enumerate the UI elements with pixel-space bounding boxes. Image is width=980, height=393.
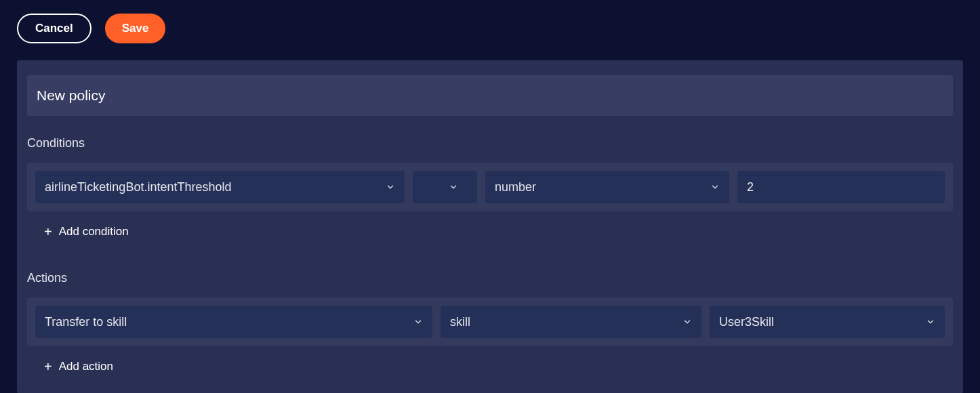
policy-panel: New policy Conditions airlineTicketingBo… bbox=[17, 60, 963, 393]
action-value-select[interactable]: User3Skill bbox=[710, 306, 945, 338]
action-row: Transfer to skill skill User3Skill bbox=[27, 297, 953, 346]
plus-icon: + bbox=[44, 225, 52, 239]
condition-value-text: 2 bbox=[747, 180, 935, 194]
chevron-down-icon bbox=[449, 182, 458, 192]
action-type-text: Transfer to skill bbox=[45, 315, 407, 329]
actions-label: Actions bbox=[27, 271, 953, 285]
action-type-select[interactable]: Transfer to skill bbox=[35, 306, 432, 338]
condition-field-select[interactable]: airlineTicketingBot.intentThreshold bbox=[35, 171, 405, 203]
conditions-label: Conditions bbox=[27, 136, 953, 150]
header-buttons: Cancel Save bbox=[17, 14, 963, 43]
policy-title-text: New policy bbox=[37, 87, 106, 103]
condition-value-input[interactable]: 2 bbox=[737, 171, 945, 203]
condition-type-select[interactable]: number bbox=[485, 171, 729, 203]
action-target-select[interactable]: skill bbox=[441, 306, 701, 338]
action-target-text: skill bbox=[450, 315, 676, 329]
chevron-down-icon bbox=[386, 182, 395, 192]
save-button[interactable]: Save bbox=[105, 14, 166, 43]
add-action-label: Add action bbox=[59, 360, 113, 373]
cancel-button[interactable]: Cancel bbox=[17, 14, 91, 43]
chevron-down-icon bbox=[710, 182, 720, 192]
add-condition-label: Add condition bbox=[59, 225, 129, 239]
condition-operator-select[interactable]: < bbox=[413, 171, 477, 203]
condition-field-text: airlineTicketingBot.intentThreshold bbox=[45, 180, 379, 194]
add-action-button[interactable]: + Add action bbox=[44, 360, 953, 373]
add-condition-button[interactable]: + Add condition bbox=[44, 225, 953, 239]
chevron-down-icon bbox=[682, 317, 692, 327]
condition-type-text: number bbox=[495, 180, 703, 194]
plus-icon: + bbox=[44, 360, 52, 373]
chevron-down-icon bbox=[926, 317, 935, 327]
condition-row: airlineTicketingBot.intentThreshold < nu… bbox=[27, 163, 953, 211]
policy-title-input[interactable]: New policy bbox=[27, 75, 953, 116]
action-value-text: User3Skill bbox=[719, 315, 919, 329]
chevron-down-icon bbox=[413, 317, 423, 327]
